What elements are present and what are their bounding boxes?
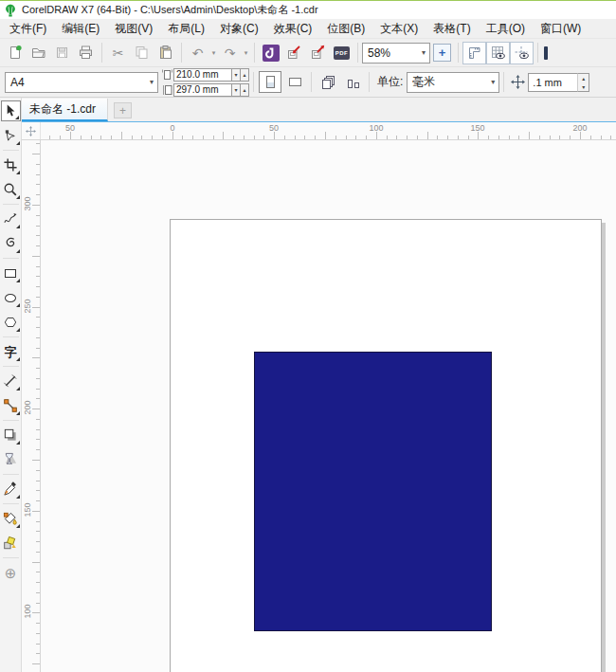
nudge-distance-field[interactable]: .1 mm bbox=[528, 73, 577, 92]
new-tab-button[interactable]: + bbox=[114, 102, 132, 118]
cut-icon: ✂ bbox=[113, 46, 124, 60]
landscape-button[interactable] bbox=[283, 71, 306, 93]
width-down-button[interactable]: ▾ bbox=[232, 68, 241, 82]
pick-tool[interactable] bbox=[1, 100, 21, 121]
ruler-tick bbox=[223, 132, 224, 139]
export-button[interactable] bbox=[306, 42, 330, 64]
document-tab-label: 未命名 -1.cdr bbox=[29, 101, 96, 118]
open-document-button[interactable] bbox=[27, 42, 50, 64]
menu-item-9[interactable]: 表格(T) bbox=[426, 19, 478, 39]
current-page-button[interactable] bbox=[341, 71, 364, 93]
document-page[interactable] bbox=[170, 219, 602, 672]
redo-dropdown-button[interactable]: ▾ bbox=[242, 49, 250, 57]
menu-item-6[interactable]: 效果(C) bbox=[266, 19, 320, 39]
cut-button[interactable]: ✂ bbox=[106, 42, 130, 64]
customize-toolbox[interactable]: ⊕ bbox=[1, 562, 21, 583]
nudge-distance-icon bbox=[511, 75, 525, 89]
new-document-button[interactable] bbox=[3, 42, 27, 64]
drawing-canvas[interactable] bbox=[41, 140, 616, 672]
shape-tool[interactable] bbox=[1, 125, 21, 146]
page-preset-combobox[interactable]: A4 ▾ bbox=[5, 72, 158, 93]
ruler-tick bbox=[387, 136, 388, 139]
application-launcher-icon bbox=[263, 45, 280, 62]
crop-tool[interactable] bbox=[1, 154, 21, 175]
fit-zoom-button[interactable]: + bbox=[430, 42, 454, 64]
toggle-guidelines-button[interactable] bbox=[510, 42, 534, 64]
ruler-tick bbox=[36, 541, 40, 542]
ruler-tick bbox=[274, 132, 275, 139]
ruler-tick bbox=[36, 572, 40, 572]
application-launcher-button[interactable] bbox=[259, 42, 282, 64]
toggle-grid-button[interactable] bbox=[486, 42, 510, 64]
toolbox-separator bbox=[3, 420, 19, 421]
ruler-tick bbox=[36, 398, 40, 399]
parallel-dimension-tool[interactable] bbox=[1, 371, 21, 391]
width-up-button[interactable]: ▴ bbox=[241, 68, 249, 82]
menu-item-10[interactable]: 工具(O) bbox=[479, 19, 533, 39]
height-up-button[interactable]: ▴ bbox=[241, 83, 249, 97]
import-button[interactable] bbox=[282, 42, 306, 64]
page-width-field[interactable]: 210.0 mm bbox=[173, 68, 232, 82]
undo-dropdown-button[interactable]: ▾ bbox=[209, 49, 218, 57]
print-button[interactable] bbox=[74, 42, 98, 64]
color-eyedropper-tool[interactable] bbox=[1, 479, 21, 499]
clipped-partial-button[interactable] bbox=[542, 42, 549, 64]
rectangle-tool[interactable] bbox=[1, 263, 21, 283]
zoom-tool[interactable] bbox=[1, 179, 21, 200]
ruler-tick bbox=[396, 136, 397, 139]
vertical-ruler[interactable]: 300250200150100 bbox=[22, 140, 41, 672]
toggle-rulers-button[interactable] bbox=[462, 42, 486, 64]
hruler-label: 50 bbox=[65, 123, 75, 133]
units-combobox[interactable]: 毫米 ▾ bbox=[407, 72, 499, 93]
ruler-tick bbox=[36, 245, 40, 246]
ruler-tick bbox=[36, 235, 40, 236]
nudge-up-button[interactable]: ▴ bbox=[578, 74, 589, 82]
menu-item-1[interactable]: 文件(F) bbox=[2, 19, 54, 39]
copy-button[interactable] bbox=[130, 42, 154, 64]
ruler-tick bbox=[263, 136, 264, 139]
horizontal-ruler[interactable]: 50050100150200 bbox=[41, 122, 616, 139]
nudge-spinner[interactable]: ▴▾ bbox=[577, 73, 589, 92]
save-document-button[interactable] bbox=[50, 42, 74, 64]
menu-item-4[interactable]: 布局(L) bbox=[160, 19, 212, 39]
nudge-down-button[interactable]: ▾ bbox=[578, 82, 589, 91]
ruler-tick bbox=[376, 132, 377, 139]
undo-button[interactable]: ↶ bbox=[186, 42, 209, 64]
drawn-rectangle[interactable] bbox=[254, 352, 492, 631]
zoom-level-combobox[interactable]: 58%▾ bbox=[362, 43, 430, 64]
polygon-tool[interactable] bbox=[1, 312, 21, 333]
menu-item-11[interactable]: 窗口(W) bbox=[533, 19, 589, 39]
menu-item-8[interactable]: 文本(X) bbox=[372, 19, 426, 39]
export-icon bbox=[310, 45, 326, 61]
ruler-tick bbox=[49, 136, 50, 139]
customize-toolbox-icon: ⊕ bbox=[5, 566, 17, 580]
coreldraw-window: CorelDRAW X7 (64-Bit) - C:\Users\Admin\D… bbox=[0, 0, 616, 672]
menu-item-5[interactable]: 对象(C) bbox=[212, 19, 266, 39]
text-tool[interactable]: 字 bbox=[1, 341, 21, 362]
height-down-button[interactable]: ▾ bbox=[232, 83, 241, 97]
menu-item-3[interactable]: 视图(V) bbox=[107, 19, 160, 39]
ruler-tick bbox=[32, 205, 40, 206]
all-pages-button[interactable] bbox=[317, 71, 339, 93]
portrait-button[interactable] bbox=[259, 71, 281, 93]
freehand-tool[interactable] bbox=[1, 209, 21, 229]
ruler-tick bbox=[32, 511, 40, 512]
ruler-tick bbox=[315, 136, 316, 139]
paste-button[interactable] bbox=[154, 42, 177, 64]
ellipse-tool[interactable] bbox=[1, 287, 21, 308]
page-height-field[interactable]: 297.0 mm bbox=[173, 83, 232, 97]
menu-item-7[interactable]: 位图(B) bbox=[319, 19, 372, 39]
smart-fill-tool[interactable] bbox=[1, 533, 21, 554]
ruler-origin-button[interactable] bbox=[22, 122, 41, 139]
drop-shadow-tool[interactable] bbox=[1, 425, 21, 445]
interactive-fill-tool[interactable] bbox=[1, 508, 21, 529]
vruler-label: 300 bbox=[23, 190, 32, 218]
transparency-tool[interactable] bbox=[1, 449, 21, 470]
redo-button[interactable]: ↷ bbox=[218, 42, 242, 64]
artistic-media-tool[interactable] bbox=[1, 233, 21, 254]
ruler-tick bbox=[36, 603, 40, 604]
menu-item-2[interactable]: 编辑(E) bbox=[54, 19, 107, 39]
document-tab[interactable]: 未命名 -1.cdr bbox=[22, 99, 108, 121]
connector-tool[interactable] bbox=[1, 395, 21, 416]
publish-pdf-button[interactable]: PDF bbox=[330, 42, 353, 64]
